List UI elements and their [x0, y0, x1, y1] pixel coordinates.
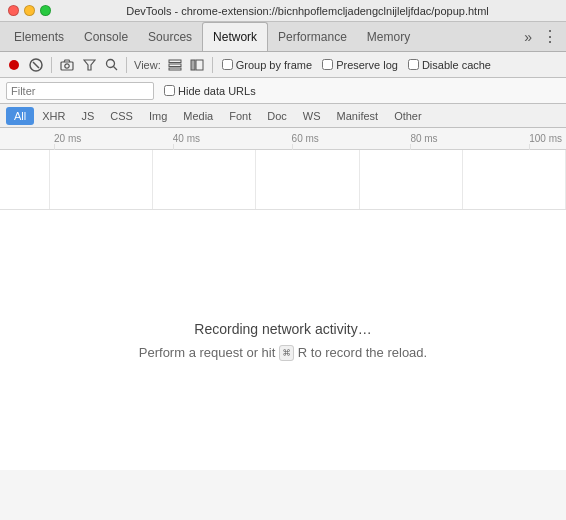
grid-col-1: [50, 150, 153, 209]
type-tab-ws[interactable]: WS: [295, 107, 329, 125]
tick-60ms: 60 ms: [292, 133, 319, 144]
view-detailed-button[interactable]: [187, 55, 207, 75]
hide-data-urls-checkbox[interactable]: Hide data URLs: [164, 85, 256, 97]
type-tab-doc[interactable]: Doc: [259, 107, 295, 125]
grid-col-4: [360, 150, 463, 209]
tab-elements[interactable]: Elements: [4, 22, 74, 51]
view-label: View:: [134, 59, 161, 71]
separator-2: [126, 57, 127, 73]
tab-memory[interactable]: Memory: [357, 22, 420, 51]
type-tab-all[interactable]: All: [6, 107, 34, 125]
svg-marker-5: [84, 60, 95, 70]
preserve-log-checkbox[interactable]: Preserve log: [322, 59, 398, 71]
hide-data-urls-input[interactable]: [164, 85, 175, 96]
devtools-menu-button[interactable]: ⋮: [538, 25, 562, 48]
svg-line-2: [33, 62, 39, 68]
record-button[interactable]: [4, 55, 24, 75]
filter-bar: Hide data URLs: [0, 78, 566, 104]
svg-rect-12: [196, 60, 203, 70]
tick-100ms: 100 ms: [529, 133, 562, 144]
network-toolbar: View: Group by frame Preserve log Disabl…: [0, 52, 566, 78]
tab-network[interactable]: Network: [202, 22, 268, 51]
view-list-button[interactable]: [165, 55, 185, 75]
svg-point-0: [9, 60, 19, 70]
hint-prefix: Perform a request or hit: [139, 345, 279, 360]
disable-cache-input[interactable]: [408, 59, 419, 70]
filter-input[interactable]: [6, 82, 154, 100]
type-tab-css[interactable]: CSS: [102, 107, 141, 125]
clear-button[interactable]: [26, 55, 46, 75]
close-button[interactable]: [8, 5, 19, 16]
hint-suffix: to record the reload.: [307, 345, 427, 360]
empty-state-message: Recording network activity…: [194, 321, 371, 337]
svg-line-7: [113, 67, 117, 71]
empty-state: Recording network activity… Perform a re…: [0, 210, 566, 470]
tab-performance[interactable]: Performance: [268, 22, 357, 51]
group-by-frame-checkbox[interactable]: Group by frame: [222, 59, 312, 71]
maximize-button[interactable]: [40, 5, 51, 16]
group-by-frame-input[interactable]: [222, 59, 233, 70]
type-tab-manifest[interactable]: Manifest: [329, 107, 387, 125]
preserve-log-input[interactable]: [322, 59, 333, 70]
grid-col-5: [463, 150, 566, 209]
disable-cache-checkbox[interactable]: Disable cache: [408, 59, 491, 71]
window-title: DevTools - chrome-extension://bicnhpofle…: [57, 5, 558, 17]
tick-80ms: 80 ms: [410, 133, 437, 144]
type-tab-other[interactable]: Other: [386, 107, 430, 125]
r-key: R: [298, 345, 307, 360]
grid-col-0: [0, 150, 50, 209]
svg-point-6: [106, 60, 114, 68]
tick-40ms: 40 ms: [173, 133, 200, 144]
tab-console[interactable]: Console: [74, 22, 138, 51]
screenshot-button[interactable]: [57, 55, 77, 75]
network-grid: [0, 150, 566, 209]
grid-col-3: [256, 150, 359, 209]
tab-sources[interactable]: Sources: [138, 22, 202, 51]
separator-1: [51, 57, 52, 73]
svg-rect-11: [191, 60, 195, 70]
type-tab-js[interactable]: JS: [73, 107, 102, 125]
window-controls: [8, 5, 51, 16]
svg-rect-10: [169, 68, 181, 70]
title-bar: DevTools - chrome-extension://bicnhpofle…: [0, 0, 566, 22]
main-tabs: Elements Console Sources Network Perform…: [0, 22, 566, 52]
type-tab-xhr[interactable]: XHR: [34, 107, 73, 125]
svg-rect-9: [169, 64, 181, 67]
empty-state-hint: Perform a request or hit ⌘ R to record t…: [139, 345, 427, 360]
network-table: [0, 150, 566, 210]
filter-button[interactable]: [79, 55, 99, 75]
type-tabs: All XHR JS CSS Img Media Font Doc WS Man…: [0, 104, 566, 128]
type-tab-img[interactable]: Img: [141, 107, 175, 125]
timeline-header: 20 ms 40 ms 60 ms 80 ms 100 ms: [0, 128, 566, 150]
minimize-button[interactable]: [24, 5, 35, 16]
grid-col-2: [153, 150, 256, 209]
type-tab-font[interactable]: Font: [221, 107, 259, 125]
tick-20ms: 20 ms: [54, 133, 81, 144]
type-tab-media[interactable]: Media: [175, 107, 221, 125]
search-button[interactable]: [101, 55, 121, 75]
cmd-key: ⌘: [279, 345, 294, 361]
svg-rect-8: [169, 60, 181, 63]
more-tabs-button[interactable]: »: [518, 27, 538, 47]
timeline-ticks: 20 ms 40 ms 60 ms 80 ms 100 ms: [50, 133, 566, 144]
separator-3: [212, 57, 213, 73]
svg-point-4: [65, 63, 69, 67]
